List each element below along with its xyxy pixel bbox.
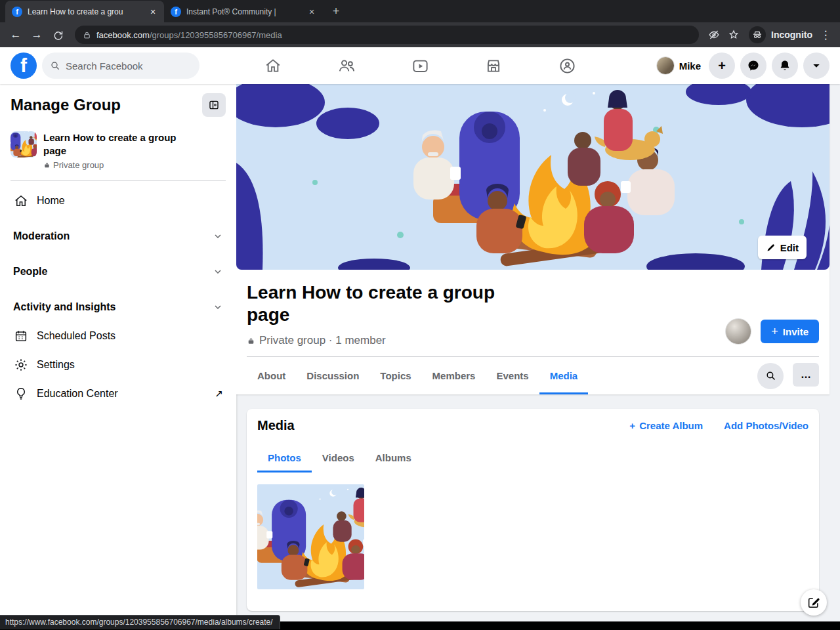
group-info: Learn How to create a group page Private… (236, 270, 830, 356)
group-privacy-label: Private group (53, 160, 104, 170)
sidebar-section-people[interactable]: People (10, 257, 226, 286)
calendar-icon (13, 328, 29, 344)
facebook-favicon: f (12, 7, 22, 17)
notifications-button[interactable] (772, 52, 798, 79)
nav-groups-button[interactable] (530, 47, 604, 84)
panel-collapse-icon (208, 99, 220, 111)
group-meta-text: Private group · 1 member (259, 334, 386, 347)
divider (10, 180, 226, 181)
nav-marketplace-button[interactable] (457, 47, 530, 84)
search-facebook[interactable] (42, 52, 200, 79)
create-button[interactable]: + (709, 52, 735, 79)
account-menu-button[interactable] (803, 52, 830, 79)
page-body: Manage Group Learn How to create a group… (0, 84, 840, 630)
facebook-header: f Mike + (0, 47, 840, 84)
manage-group-sidebar: Manage Group Learn How to create a group… (0, 84, 236, 630)
group-header-section: Edit Learn How to create a group page Pr… (236, 84, 830, 394)
group-more-button[interactable]: … (793, 363, 819, 387)
chevron-down-icon (213, 231, 223, 242)
tab-topics[interactable]: Topics (369, 357, 421, 394)
sidebar-item-home[interactable]: Home (10, 186, 226, 215)
group-cover-photo[interactable]: Edit (236, 84, 830, 270)
tab-about[interactable]: About (247, 357, 296, 394)
tab-discussion[interactable]: Discussion (296, 357, 369, 394)
friends-icon (338, 57, 356, 75)
browser-menu-icon[interactable]: ⋮ (818, 28, 833, 42)
search-input[interactable] (66, 60, 184, 72)
add-photos-label: Add Photos/Video (724, 420, 808, 431)
section-label: Activity and Insights (13, 301, 205, 313)
ellipsis-icon: … (801, 369, 811, 381)
reload-button[interactable] (49, 26, 67, 44)
sidebar-item-label: Scheduled Posts (37, 330, 223, 342)
edit-label: Edit (780, 242, 799, 253)
subtab-videos[interactable]: Videos (312, 442, 365, 472)
tab-events[interactable]: Events (486, 357, 539, 394)
user-avatar (656, 56, 675, 75)
group-tabs: About Discussion Topics Members Events M… (236, 357, 830, 394)
home-icon (264, 57, 282, 74)
incognito-badge: Incognito (749, 26, 812, 43)
sidebar-group-name: Learn How to create a group page (43, 131, 198, 158)
nav-watch-button[interactable] (383, 47, 457, 84)
nav-home-button[interactable] (236, 47, 310, 84)
tab-members[interactable]: Members (422, 357, 486, 394)
add-photos-video-link[interactable]: Add Photos/Video (724, 420, 808, 431)
photo-thumbnail[interactable] (257, 484, 364, 589)
new-tab-button[interactable]: + (327, 2, 345, 20)
profile-chip[interactable]: Mike (656, 56, 701, 75)
tab-title: Learn How to create a grou (28, 7, 142, 16)
facebook-logo[interactable]: f (10, 52, 37, 79)
plus-icon: + (718, 58, 726, 74)
browser-tab-active[interactable]: f Learn How to create a grou × (5, 1, 164, 22)
photo-grid (257, 484, 808, 589)
messenger-button[interactable] (740, 52, 766, 79)
group-title: Learn How to create a group page (247, 282, 529, 326)
tab-close-icon[interactable]: × (306, 6, 318, 18)
subtab-photos[interactable]: Photos (257, 442, 312, 472)
reload-icon (52, 30, 64, 41)
invite-label: Invite (783, 326, 808, 337)
back-button[interactable]: ← (7, 26, 25, 44)
tab-title: Instant Pot® Community | (186, 7, 301, 16)
subtab-albums[interactable]: Albums (365, 442, 422, 472)
tab-close-icon[interactable]: × (147, 6, 159, 18)
address-bar[interactable]: facebook.com/groups/1203955856706967/med… (75, 26, 699, 44)
edit-cover-button[interactable]: Edit (758, 236, 807, 259)
chevron-down-icon (213, 302, 223, 312)
member-avatar[interactable] (725, 318, 751, 345)
sidebar-group-summary[interactable]: Learn How to create a group page Private… (10, 131, 226, 170)
tracking-protection-icon[interactable] (705, 26, 723, 43)
group-thumbnail (10, 131, 37, 158)
group-search-button[interactable] (757, 363, 784, 389)
sidebar-item-scheduled-posts[interactable]: Scheduled Posts (10, 322, 226, 350)
nav-friends-button[interactable] (310, 47, 383, 84)
create-album-link[interactable]: + Create Album (629, 420, 703, 431)
bookmark-star-icon[interactable] (725, 26, 742, 43)
bell-icon (778, 59, 791, 72)
tab-media[interactable]: Media (539, 357, 589, 394)
sidebar-title: Manage Group (10, 96, 121, 114)
chevron-down-icon (811, 60, 822, 71)
compose-pencil-icon (807, 596, 820, 609)
lightbulb-icon (13, 386, 29, 402)
sidebar-section-moderation[interactable]: Moderation (10, 222, 226, 251)
sidebar-section-activity-insights[interactable]: Activity and Insights (10, 293, 226, 322)
group-main: Edit Learn How to create a group page Pr… (236, 84, 840, 630)
header-right-cluster: Mike + (656, 52, 830, 79)
compose-button[interactable] (801, 589, 827, 616)
messenger-icon (747, 59, 760, 72)
sidebar-item-education-center[interactable]: Education Center ↗ (10, 379, 226, 408)
collapse-sidebar-button[interactable] (202, 93, 226, 117)
forward-button[interactable]: → (28, 26, 46, 44)
lock-icon (43, 161, 51, 169)
sidebar-item-label: Home (37, 195, 223, 207)
browser-tab-inactive[interactable]: f Instant Pot® Community | × (164, 1, 323, 22)
sidebar-item-label: Education Center (37, 388, 207, 400)
lock-icon (247, 337, 255, 345)
section-label: Moderation (13, 230, 205, 242)
invite-button[interactable]: + Invite (761, 320, 819, 343)
watch-icon (411, 57, 429, 75)
search-icon (765, 370, 776, 381)
sidebar-item-settings[interactable]: Settings (10, 350, 226, 379)
